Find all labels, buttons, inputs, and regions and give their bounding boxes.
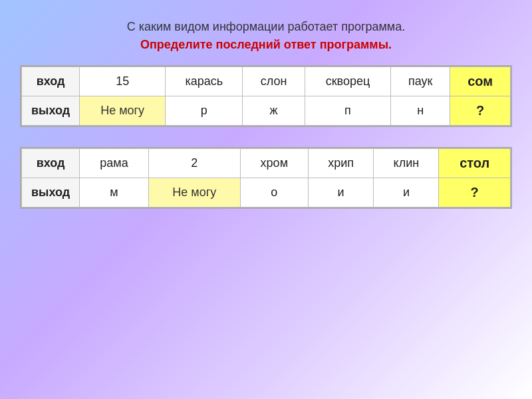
- table1-vyhod-5: ?: [450, 96, 511, 126]
- table2-vhod-3: хрип: [308, 149, 373, 178]
- table1-container: вход15карасьслонскворецпауксомвыходНе мо…: [20, 65, 512, 127]
- table2-vhod-0: рама: [80, 149, 149, 178]
- table1-vhod-3: скворец: [305, 67, 391, 96]
- table1-vyhod-4: н: [391, 96, 450, 126]
- table2-vyhod-0: м: [80, 178, 149, 207]
- table2-row2-label: выход: [22, 178, 80, 207]
- table2-vhod-1: 2: [148, 149, 240, 178]
- table2-vyhod-3: и: [308, 178, 373, 207]
- table1-vyhod-0: Не могу: [80, 96, 166, 126]
- title-line1: С каким видом информации работает програ…: [127, 20, 406, 34]
- table2-vhod-5: стол: [439, 149, 511, 178]
- table1-vhod-4: паук: [391, 67, 450, 96]
- table1-vyhod-3: п: [305, 96, 391, 126]
- table1-vyhod-1: р: [166, 96, 243, 126]
- title-line2: Определите последний ответ программы.: [127, 38, 406, 52]
- table2-container: входрама2хромхрипклинстолвыходмНе могуои…: [20, 147, 512, 209]
- table2-vyhod-2: о: [240, 178, 308, 207]
- table1: вход15карасьслонскворецпауксомвыходНе мо…: [21, 66, 511, 126]
- table1-vyhod-2: ж: [243, 96, 305, 126]
- title-block: С каким видом информации работает програ…: [127, 20, 406, 52]
- table2-vyhod-1: Не могу: [148, 178, 240, 207]
- table1-vhod-0: 15: [80, 67, 166, 96]
- table2-row1-label: вход: [22, 149, 80, 178]
- table1-row2-label: выход: [22, 96, 80, 126]
- table2-vyhod-5: ?: [439, 178, 511, 207]
- table1-vhod-1: карась: [166, 67, 243, 96]
- table1-vhod-2: слон: [243, 67, 305, 96]
- table2: входрама2хромхрипклинстолвыходмНе могуои…: [21, 148, 511, 207]
- table2-vhod-2: хром: [240, 149, 308, 178]
- table1-row1-label: вход: [22, 67, 80, 96]
- table1-vhod-5: сом: [450, 67, 511, 96]
- table2-vyhod-4: и: [374, 178, 439, 207]
- table2-vhod-4: клин: [374, 149, 439, 178]
